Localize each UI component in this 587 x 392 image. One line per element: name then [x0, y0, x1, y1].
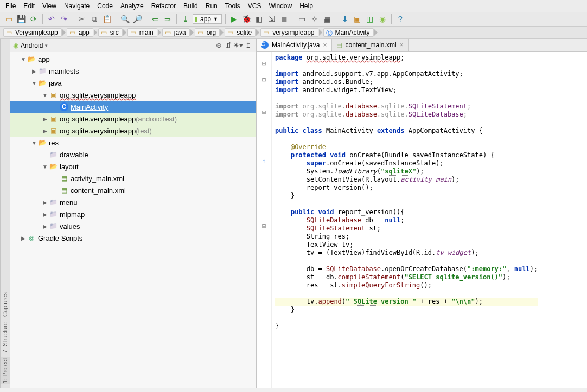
java-folder[interactable]: ▼java	[10, 77, 256, 89]
ddms-icon[interactable]: ▦	[322, 14, 333, 24]
gutter-line[interactable]	[257, 125, 271, 133]
manifests-folder[interactable]: ▶manifests	[10, 65, 256, 77]
tree-expander-icon[interactable]: ▶	[30, 68, 38, 74]
code-editor[interactable]: ⊟⊟⊟↑⊟ package org.sqlite.verysimpleapp; …	[257, 52, 587, 388]
gradle-scripts[interactable]: ▶◎Gradle Scripts	[10, 232, 256, 244]
forward-icon[interactable]: ⇒	[162, 14, 173, 24]
values-folder[interactable]: ▶values	[10, 220, 256, 232]
close-tab-icon[interactable]: ×	[323, 41, 327, 49]
replace-icon[interactable]: 🔎	[132, 14, 143, 24]
gutter-line[interactable]	[257, 182, 271, 190]
debug-icon[interactable]: 🐞	[241, 14, 252, 24]
gutter-line[interactable]	[257, 312, 271, 320]
app-module[interactable]: ▼app	[10, 53, 256, 65]
gutter-line[interactable]	[257, 165, 271, 173]
tree-expander-icon[interactable]: ▼	[20, 56, 27, 62]
tree-expander-icon[interactable]: ▶	[20, 235, 27, 241]
tool-structure-tab[interactable]: 7: Structure	[1, 321, 10, 354]
run-config-combo[interactable]: ▮ app ▼	[193, 14, 222, 24]
gutter-line[interactable]	[257, 263, 271, 271]
breadcrumb-verysimpleapp[interactable]: ▭Verysimpleapp	[3, 28, 62, 37]
file-activity-main[interactable]: ▤activity_main.xml	[10, 172, 256, 184]
copy-icon[interactable]: ⧉	[89, 14, 100, 24]
open-icon[interactable]: ▭	[3, 14, 14, 24]
tree-expander-icon[interactable]: ▼	[30, 80, 38, 86]
menu-tools[interactable]: Tools	[225, 2, 240, 10]
gutter-fold-icon[interactable]: ⊟	[257, 108, 271, 117]
tool-captures-tab[interactable]: Captures	[1, 291, 10, 318]
tool-project-tab[interactable]: 1: Project	[1, 357, 10, 384]
layout-icon[interactable]: ⬇	[340, 14, 350, 24]
gutter-line[interactable]	[257, 336, 271, 344]
gutter-line[interactable]	[257, 320, 271, 328]
editor-tab-mainactivity-java[interactable]: CMainActivity.java×	[257, 39, 332, 51]
menu-file[interactable]: File	[5, 2, 16, 10]
gutter-line[interactable]	[257, 239, 271, 247]
pkg-test[interactable]: ▶▣org.sqlite.verysimpleapp (test)	[10, 125, 256, 137]
editor-tab-content_main-xml[interactable]: ▤content_main.xml×	[332, 39, 409, 51]
help-icon[interactable]: ?	[395, 14, 406, 24]
breadcrumb-src[interactable]: ▭src	[98, 28, 123, 37]
pkg-androidtest[interactable]: ▶▣org.sqlite.verysimpleapp (androidTest)	[10, 113, 256, 125]
device-icon[interactable]: ◫	[365, 14, 375, 24]
scroll-to-icon[interactable]: ⊕	[214, 41, 224, 49]
menu-refactor[interactable]: Refactor	[151, 2, 176, 10]
gutter-line[interactable]	[257, 52, 271, 60]
tree-expander-icon[interactable]: ▶	[41, 128, 49, 134]
attach-icon[interactable]: ⇲	[266, 14, 277, 24]
hide-icon[interactable]: ↥	[243, 41, 253, 49]
undo-icon[interactable]: ↶	[46, 14, 57, 24]
avd-icon[interactable]: ▭	[297, 14, 308, 24]
gutter-line[interactable]	[257, 247, 271, 255]
tree-expander-icon[interactable]: ▶	[41, 200, 49, 205]
pkg-main[interactable]: ▼▣org.sqlite.verysimpleapp	[10, 89, 256, 101]
menu-view[interactable]: View	[42, 2, 56, 10]
breadcrumb-app[interactable]: ▭app	[67, 28, 93, 37]
gutter-line[interactable]	[257, 173, 271, 182]
theme-icon[interactable]: ▣	[352, 14, 363, 24]
back-icon[interactable]: ⇐	[150, 14, 161, 24]
breadcrumb-main[interactable]: ▭main	[127, 28, 157, 37]
paste-icon[interactable]: 📋	[101, 14, 112, 24]
android-robot-icon[interactable]: ◉	[377, 14, 388, 24]
tree-expander-icon[interactable]: ▶	[41, 116, 49, 122]
res-folder[interactable]: ▼res	[10, 137, 256, 149]
menu-analyze[interactable]: Analyze	[120, 2, 144, 10]
menu-folder[interactable]: ▶menu	[10, 196, 256, 208]
editor-gutter[interactable]: ⊟⊟⊟↑⊟	[257, 52, 272, 388]
sdk-icon[interactable]: ✧	[309, 14, 320, 24]
mipmap-folder[interactable]: ▶mipmap	[10, 208, 256, 220]
gutter-line[interactable]	[257, 214, 271, 222]
cut-icon[interactable]: ✂	[76, 14, 87, 24]
gutter-line[interactable]	[257, 133, 271, 141]
gutter-line[interactable]	[257, 230, 271, 239]
redo-icon[interactable]: ↷	[59, 14, 69, 24]
gutter-line[interactable]	[257, 68, 271, 76]
gutter-line[interactable]	[257, 198, 271, 206]
gutter-line[interactable]	[257, 295, 271, 304]
breadcrumb-java[interactable]: ▭java	[162, 28, 190, 37]
gutter-line[interactable]	[257, 206, 271, 214]
gear-icon[interactable]: ✴▾	[233, 41, 243, 49]
layout-folder[interactable]: ▼layout	[10, 160, 256, 172]
gutter-line[interactable]	[257, 100, 271, 108]
gutter-line[interactable]	[257, 149, 271, 157]
run-icon[interactable]: ▶	[229, 14, 240, 24]
find-icon[interactable]: 🔍	[119, 14, 130, 24]
sync-icon[interactable]: ⟳	[28, 14, 39, 24]
tree-expander-icon[interactable]: ▼	[41, 164, 49, 170]
gutter-line[interactable]	[257, 279, 271, 287]
close-tab-icon[interactable]: ×	[400, 41, 404, 49]
gutter-line[interactable]	[257, 84, 271, 92]
tree-expander-icon[interactable]: ▶	[41, 211, 49, 217]
file-content-main[interactable]: ▤content_main.xml	[10, 184, 256, 196]
make-icon[interactable]: ⤓	[180, 14, 191, 24]
gutter-line[interactable]	[257, 92, 271, 100]
project-view-selector[interactable]: ◉ Android ▾	[13, 42, 48, 49]
gutter-line[interactable]	[257, 117, 271, 125]
menu-help[interactable]: Help	[299, 2, 313, 10]
breadcrumb-sqlite[interactable]: ▭sqlite	[225, 28, 256, 37]
menu-run[interactable]: Run	[206, 2, 218, 10]
gutter-fold-icon[interactable]: ⊟	[257, 76, 271, 84]
code-content[interactable]: package org.sqlite.verysimpleapp; import…	[272, 52, 538, 388]
